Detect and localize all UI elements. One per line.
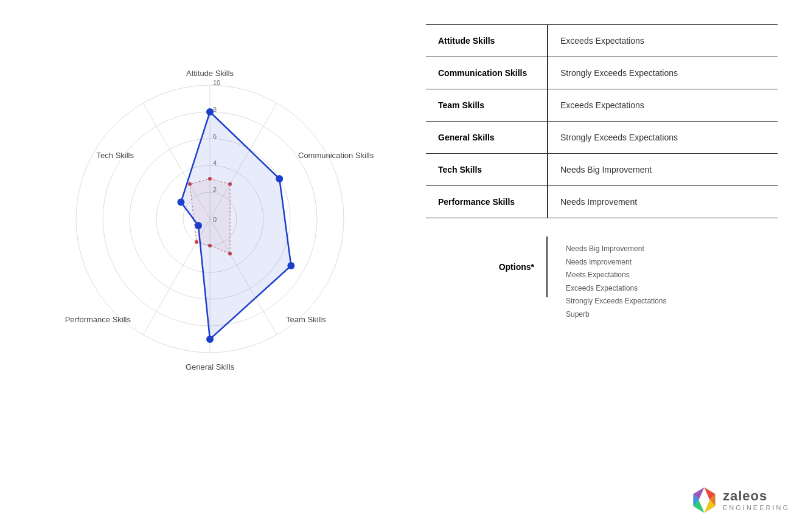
main-container: 10 8 6 4 2 0 <box>0 0 808 532</box>
svg-point-25 <box>206 108 214 116</box>
option-item: Needs Big Improvement <box>566 243 666 256</box>
svg-point-22 <box>195 240 198 244</box>
skill-rating: Needs Big Improvement <box>548 154 778 186</box>
logo-name: zaleos <box>723 488 790 504</box>
svg-marker-32 <box>698 497 709 503</box>
table-row: Team Skills Exceeds Expectations <box>426 89 778 122</box>
svg-point-27 <box>287 262 294 269</box>
logo-icon <box>691 486 718 514</box>
skill-rating: Exceeds Expectations <box>548 25 778 57</box>
skill-name: Tech Skills <box>426 154 548 186</box>
team-label: Team Skills <box>286 315 326 324</box>
radar-chart: 10 8 6 4 2 0 <box>27 18 392 432</box>
options-list: Needs Big ImprovementNeeds ImprovementMe… <box>548 237 666 328</box>
table-row: Tech Skills Needs Big Improvement <box>426 154 778 186</box>
skill-name: Communication Skills <box>426 57 548 89</box>
options-label: Options* <box>426 237 548 297</box>
skill-rating: Needs Improvement <box>548 186 778 218</box>
option-item: Exceeds Expectations <box>566 282 666 295</box>
svg-point-29 <box>195 222 202 229</box>
skills-table: Attitude Skills Exceeds Expectations Com… <box>426 24 778 218</box>
option-item: Superb <box>566 308 666 322</box>
svg-text:10: 10 <box>213 79 220 86</box>
svg-point-28 <box>206 336 214 343</box>
table-row: Performance Skills Needs Improvement <box>426 186 778 218</box>
logo-subtitle: ENGINEERING <box>723 504 790 512</box>
table-row: Communication Skills Strongly Exceeds Ex… <box>426 57 778 89</box>
skill-name: Team Skills <box>426 89 548 122</box>
logo-text: zaleos ENGINEERING <box>723 488 790 513</box>
skill-name: Attitude Skills <box>426 25 548 57</box>
options-section: Options* Needs Big ImprovementNeeds Impr… <box>426 237 778 328</box>
communication-label: Communication Skills <box>298 151 374 160</box>
svg-point-26 <box>276 175 283 182</box>
chart-section: 10 8 6 4 2 0 <box>12 12 408 438</box>
table-row: General Skills Strongly Exceeds Expectat… <box>426 122 778 154</box>
table-section: Attitude Skills Exceeds Expectations Com… <box>408 12 796 520</box>
option-item: Strongly Exceeds Expectations <box>566 295 666 308</box>
logo-area: zaleos ENGINEERING <box>691 486 790 514</box>
svg-point-30 <box>177 199 184 206</box>
skill-rating: Exceeds Expectations <box>548 89 778 122</box>
skill-rating: Strongly Exceeds Expectations <box>548 57 778 89</box>
tech-label: Tech Skills <box>97 151 134 160</box>
performance-label: Performance Skills <box>65 315 131 324</box>
attitude-label: Attitude Skills <box>186 69 234 78</box>
skill-name: Performance Skills <box>426 186 548 218</box>
option-item: Meets Expectations <box>566 269 666 282</box>
skill-name: General Skills <box>426 122 548 154</box>
skill-rating: Strongly Exceeds Expectations <box>548 122 778 154</box>
general-label: General Skills <box>186 362 235 371</box>
option-item: Needs Improvement <box>566 256 666 269</box>
table-row: Attitude Skills Exceeds Expectations <box>426 25 778 57</box>
